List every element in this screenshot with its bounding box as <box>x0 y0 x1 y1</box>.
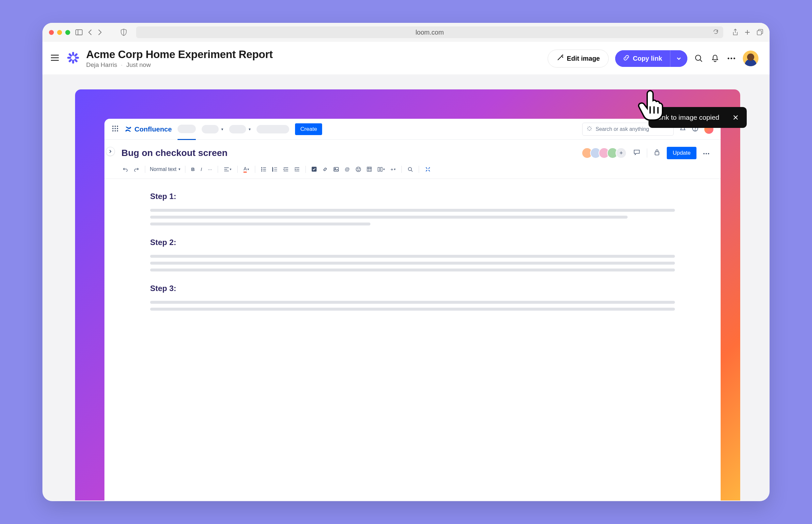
page-meta: Deja Harris · Just now <box>86 61 541 68</box>
numbered-list-icon[interactable]: 123 <box>271 166 279 173</box>
close-icon[interactable] <box>732 114 739 121</box>
svg-point-65 <box>359 168 359 169</box>
comment-icon[interactable] <box>633 149 640 157</box>
more-icon[interactable] <box>727 57 736 60</box>
svg-point-32 <box>117 130 118 131</box>
text-color-icon[interactable]: A ▾ <box>242 164 250 174</box>
toast-notification: Link to image copied <box>649 107 747 128</box>
nav-dropdown-1[interactable]: ▾ <box>202 125 223 133</box>
tabs-icon[interactable] <box>757 29 763 36</box>
timestamp: Just now <box>126 61 151 68</box>
chevron-down-icon: ▾ <box>179 167 180 171</box>
menu-icon[interactable] <box>50 54 60 63</box>
window-close[interactable] <box>49 30 54 35</box>
refresh-icon[interactable] <box>713 29 719 36</box>
redo-icon[interactable] <box>132 166 140 173</box>
text-style-dropdown[interactable]: Normal text ▾ <box>150 166 180 172</box>
layout-icon[interactable]: ▾ <box>376 166 386 173</box>
placeholder-text <box>150 268 675 272</box>
mention-icon[interactable]: @ <box>343 165 351 173</box>
svg-point-21 <box>728 58 729 60</box>
svg-rect-13 <box>68 59 72 63</box>
bullet-list-icon[interactable] <box>260 166 267 173</box>
svg-point-37 <box>705 153 707 154</box>
create-button[interactable]: Create <box>295 123 322 135</box>
author-name[interactable]: Deja Harris <box>86 61 117 68</box>
undo-icon[interactable] <box>121 166 129 173</box>
italic-icon[interactable]: I <box>199 165 203 173</box>
loom-logo-icon[interactable] <box>67 51 80 66</box>
svg-rect-0 <box>76 30 82 35</box>
svg-point-34 <box>695 130 696 130</box>
update-button[interactable]: Update <box>667 147 697 159</box>
editor-body[interactable]: Step 1: Step 2: Step 3: <box>104 179 720 328</box>
indent-icon[interactable] <box>293 166 301 173</box>
nav-forward-icon[interactable] <box>98 29 102 36</box>
search-icon[interactable] <box>694 54 704 63</box>
align-icon[interactable]: ▾ <box>223 166 233 173</box>
svg-point-26 <box>117 126 118 127</box>
collapse-icon[interactable] <box>424 165 432 174</box>
svg-rect-11 <box>75 57 79 59</box>
svg-line-73 <box>411 170 412 171</box>
emoji-icon[interactable] <box>354 165 362 173</box>
checkbox-icon[interactable] <box>310 165 318 173</box>
add-collaborator-button[interactable]: + <box>616 147 627 159</box>
page-more-icon[interactable] <box>703 150 710 156</box>
bold-icon[interactable]: B <box>190 165 196 173</box>
svg-rect-12 <box>74 53 78 57</box>
confluence-nav: Confluence ▾ ▾ <box>104 119 720 140</box>
placeholder-text <box>150 262 675 265</box>
nav-item-3[interactable] <box>257 125 289 133</box>
lock-icon[interactable] <box>654 149 660 157</box>
page-title: Acme Corp Home Experiment Report <box>86 48 541 61</box>
step-heading: Step 1: <box>150 192 675 201</box>
svg-point-44 <box>261 169 262 170</box>
svg-point-72 <box>408 167 411 171</box>
svg-point-46 <box>261 171 262 171</box>
nav-back-icon[interactable] <box>88 29 92 36</box>
app-switcher-icon[interactable] <box>112 125 119 133</box>
screenshot-frame: Confluence ▾ ▾ <box>75 89 740 501</box>
bell-icon[interactable] <box>710 54 720 63</box>
sidebar-toggle-icon[interactable] <box>76 29 83 35</box>
nav-tab-active[interactable] <box>178 125 196 140</box>
svg-text:3: 3 <box>272 170 273 171</box>
edit-image-button[interactable]: Edit image <box>548 50 609 67</box>
confluence-logo[interactable]: Confluence <box>125 125 172 133</box>
window-maximize[interactable] <box>65 30 70 35</box>
table-icon[interactable] <box>366 165 373 173</box>
copy-link-button[interactable]: Copy link <box>615 50 670 67</box>
link-icon <box>623 54 630 63</box>
outdent-icon[interactable] <box>282 166 290 173</box>
browser-chrome: loom.com <box>43 23 769 42</box>
svg-rect-4 <box>757 31 761 35</box>
shield-icon[interactable] <box>120 29 127 36</box>
insert-icon[interactable]: + ▾ <box>389 165 397 173</box>
svg-rect-9 <box>72 60 74 64</box>
find-icon[interactable] <box>406 165 414 173</box>
window-minimize[interactable] <box>57 30 62 35</box>
copy-link-dropdown[interactable] <box>670 50 687 67</box>
svg-point-38 <box>708 153 709 154</box>
magic-wand-icon <box>556 54 564 63</box>
svg-point-27 <box>112 128 114 129</box>
ai-search-icon <box>586 126 592 133</box>
confluence-page-title[interactable]: Bug on checkout screen <box>121 148 578 158</box>
loom-header: Acme Corp Home Experiment Report Deja Ha… <box>43 42 769 75</box>
url-text: loom.com <box>416 29 444 36</box>
svg-point-18 <box>562 57 563 58</box>
address-bar[interactable]: loom.com <box>136 27 723 38</box>
user-avatar[interactable] <box>743 51 759 66</box>
svg-line-20 <box>700 60 702 62</box>
expand-sidebar-icon[interactable] <box>106 147 115 156</box>
new-tab-icon[interactable] <box>744 29 751 36</box>
svg-point-28 <box>115 128 116 129</box>
link-tool-icon[interactable] <box>321 165 329 173</box>
share-icon[interactable] <box>732 29 738 36</box>
title-block: Acme Corp Home Experiment Report Deja Ha… <box>86 48 541 68</box>
image-icon[interactable] <box>332 166 340 173</box>
nav-dropdown-2[interactable]: ▾ <box>229 125 251 133</box>
more-formatting-icon[interactable]: ··· <box>207 165 213 173</box>
placeholder-text <box>150 255 675 258</box>
